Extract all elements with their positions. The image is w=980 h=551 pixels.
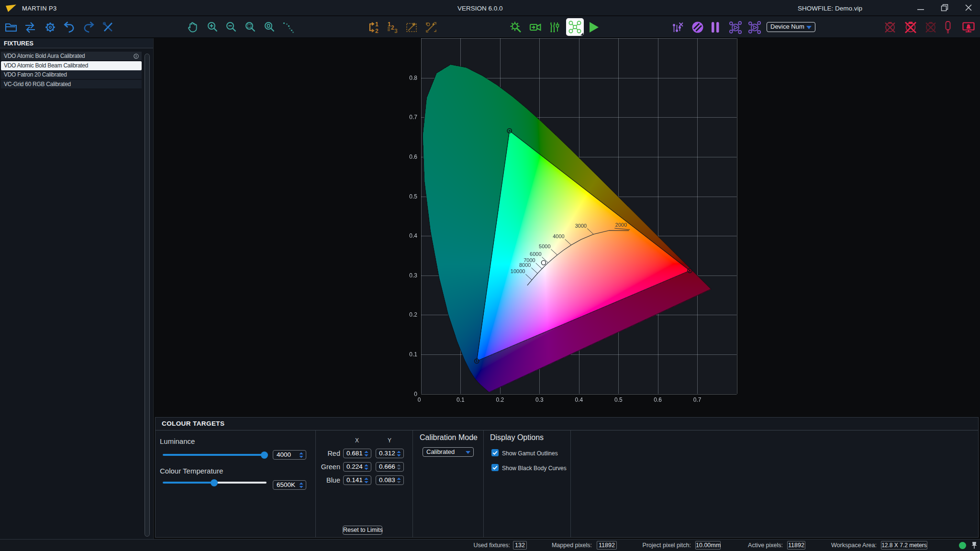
svg-text:1: 1 <box>375 21 379 28</box>
svg-text:1: 1 <box>388 21 391 28</box>
svg-text:2: 2 <box>375 28 379 34</box>
